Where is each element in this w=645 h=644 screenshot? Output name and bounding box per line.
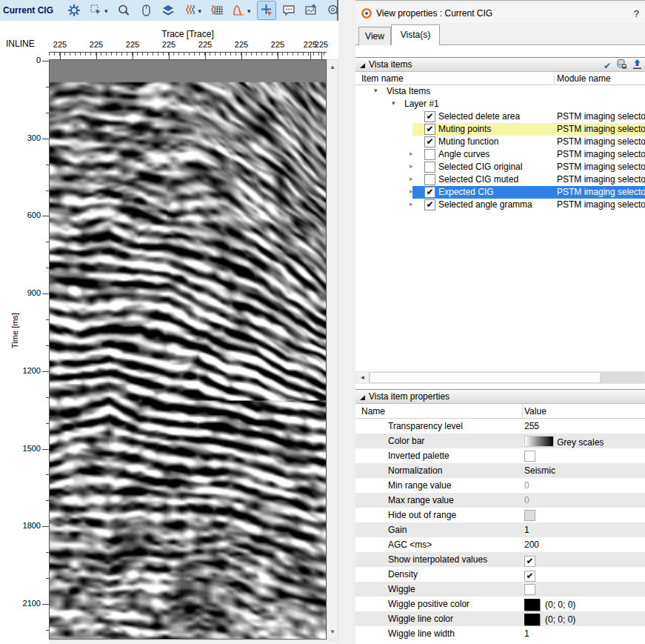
item-label[interactable]: Selected CIG muted [438, 174, 518, 185]
property-value[interactable]: Seismic [524, 465, 555, 476]
item-label[interactable]: Selected angle gramma [438, 199, 532, 210]
tree-expander-icon[interactable]: ▸ [410, 162, 413, 170]
item-label[interactable]: Selected delete area [438, 111, 520, 122]
upload-icon[interactable] [632, 59, 642, 73]
item-label[interactable]: Layer #1 [404, 99, 439, 109]
item-checkbox[interactable]: ✔ [424, 124, 435, 135]
item-checkbox[interactable] [424, 174, 435, 185]
tab-view[interactable]: View [358, 27, 391, 45]
property-value[interactable]: 200 [524, 540, 539, 550]
property-row[interactable]: Hide out of range [355, 508, 645, 522]
property-value[interactable]: 1 [524, 628, 529, 639]
property-value[interactable]: Grey scales [524, 436, 604, 448]
property-value[interactable]: 1 [524, 525, 529, 535]
properties-section-header[interactable]: ◢Vista item properties [355, 389, 645, 404]
tree-row[interactable]: ✔ Muting points PSTM imaging selector [355, 123, 645, 136]
property-row[interactable]: Wiggle line color (0; 0; 0) [355, 611, 645, 626]
item-label[interactable]: Expected CIG [438, 187, 494, 197]
item-checkbox[interactable]: ✔ [424, 136, 435, 147]
tree-row[interactable]: ▾ Layer #1 [355, 98, 645, 110]
tree-row[interactable]: ▸ Selected CIG original PSTM imaging sel… [355, 161, 645, 173]
vista-items-section-header[interactable]: ◢Vista items ✔ [355, 57, 645, 72]
tree-row[interactable]: ▸ ✔ Selected angle gramma PSTM imaging s… [355, 199, 645, 211]
apply-check-icon[interactable]: ✔ [604, 59, 611, 73]
property-row[interactable]: AGC <ms> 200 [355, 537, 645, 552]
dropdown-caret-icon[interactable]: ▾ [198, 7, 202, 15]
item-label[interactable]: Angle curves [438, 149, 489, 159]
section-collapse-icon[interactable]: ◢ [360, 394, 365, 401]
property-row[interactable]: Max range value 0 [355, 493, 645, 508]
wiggle-display-icon[interactable] [181, 1, 199, 19]
column-divider[interactable] [522, 404, 523, 418]
scroll-up-icon[interactable]: ▲ [327, 62, 338, 73]
item-checkbox[interactable]: ✔ [424, 199, 435, 210]
spreadsheet-icon[interactable] [208, 1, 226, 19]
property-checkbox[interactable]: ✔ [524, 571, 535, 582]
dropdown-caret-icon[interactable]: ▾ [104, 7, 108, 15]
item-label[interactable]: Vista Items [387, 86, 430, 96]
database-save-icon[interactable] [616, 59, 627, 73]
property-value[interactable] [524, 584, 535, 596]
tree-row[interactable]: ▸ Angle curves PSTM imaging selector [355, 148, 645, 161]
property-value[interactable]: 0 [524, 480, 529, 491]
tree-row[interactable]: ▸ ✔ Expected CIG PSTM imaging selector [355, 186, 645, 199]
item-checkbox[interactable]: ✔ [424, 111, 435, 122]
property-checkbox[interactable] [524, 584, 535, 595]
property-value[interactable] [524, 451, 535, 462]
property-row[interactable]: Gain 1 [355, 522, 645, 537]
property-row[interactable]: Wiggle positive color (0; 0; 0) [355, 597, 645, 611]
colorbar-gradient-swatch[interactable] [524, 436, 554, 447]
color-swatch[interactable] [524, 614, 540, 625]
tree-expander-icon[interactable]: ▸ [410, 175, 413, 182]
property-checkbox[interactable]: ✔ [524, 556, 535, 567]
zoom-icon[interactable] [115, 1, 133, 19]
item-checkbox[interactable] [424, 149, 435, 160]
image-export-icon[interactable] [302, 1, 320, 19]
tree-expander-icon[interactable]: ▸ [410, 150, 413, 157]
property-row[interactable]: Wiggle line width 1 [355, 626, 645, 641]
column-value[interactable]: Value [524, 406, 547, 416]
property-row[interactable]: Show interpolated values ✔ [355, 552, 645, 567]
help-button[interactable]: ? [634, 8, 639, 19]
property-row[interactable]: Wiggle [355, 582, 645, 597]
dropdown-caret-icon[interactable]: ▾ [247, 7, 251, 15]
scroll-left-icon[interactable]: ◄ [356, 372, 370, 383]
tree-expander-icon[interactable]: ▸ [410, 187, 413, 195]
property-value[interactable]: 255 [524, 421, 539, 431]
tree-row[interactable]: ✔ Selected delete area PSTM imaging sele… [355, 110, 645, 123]
item-checkbox[interactable]: ✔ [424, 187, 435, 198]
seismic-horizontal-scrollbar[interactable] [49, 640, 338, 644]
column-name[interactable]: Name [361, 406, 385, 416]
tree-row[interactable]: ▸ Selected CIG muted PSTM imaging select… [355, 173, 645, 186]
column-divider[interactable] [554, 72, 555, 84]
crosshair-icon[interactable] [258, 1, 275, 19]
gear-icon[interactable] [65, 1, 83, 19]
column-module-name[interactable]: Module name [557, 73, 611, 84]
property-row[interactable]: Density ✔ [355, 567, 645, 582]
comment-icon[interactable] [280, 1, 298, 19]
property-value[interactable]: ✔ [524, 569, 535, 582]
property-value[interactable]: (0; 0; 0) [524, 614, 575, 625]
tree-expander-icon[interactable]: ▾ [392, 99, 395, 107]
property-row[interactable]: Transparency level 255 [355, 419, 645, 434]
tree-expander-icon[interactable]: ▾ [374, 87, 378, 94]
property-value[interactable]: ✔ [524, 554, 535, 567]
property-row[interactable]: Inverted palette [355, 448, 645, 463]
property-value[interactable]: 0 [524, 495, 529, 505]
item-label[interactable]: Muting points [438, 124, 491, 134]
scrollbar-thumb[interactable] [370, 372, 601, 383]
tree-row[interactable]: ✔ Muting function PSTM imaging selector [355, 136, 645, 148]
item-label[interactable]: Muting function [438, 136, 498, 147]
tree-row[interactable]: ▾ Vista Items [355, 85, 645, 98]
mouse-pointer-icon[interactable] [137, 1, 155, 19]
tree-expander-icon[interactable]: ▸ [410, 200, 413, 208]
item-checkbox[interactable] [424, 162, 435, 173]
select-region-icon[interactable] [87, 1, 105, 19]
property-row[interactable]: Color bar Grey scales [355, 434, 645, 448]
property-value[interactable]: (0; 0; 0) [524, 599, 575, 611]
item-label[interactable]: Selected CIG original [438, 162, 522, 172]
scroll-down-icon[interactable]: ▼ [327, 626, 338, 637]
histogram-icon[interactable] [230, 1, 248, 19]
property-value[interactable] [524, 510, 535, 522]
layers-icon[interactable] [159, 1, 177, 19]
